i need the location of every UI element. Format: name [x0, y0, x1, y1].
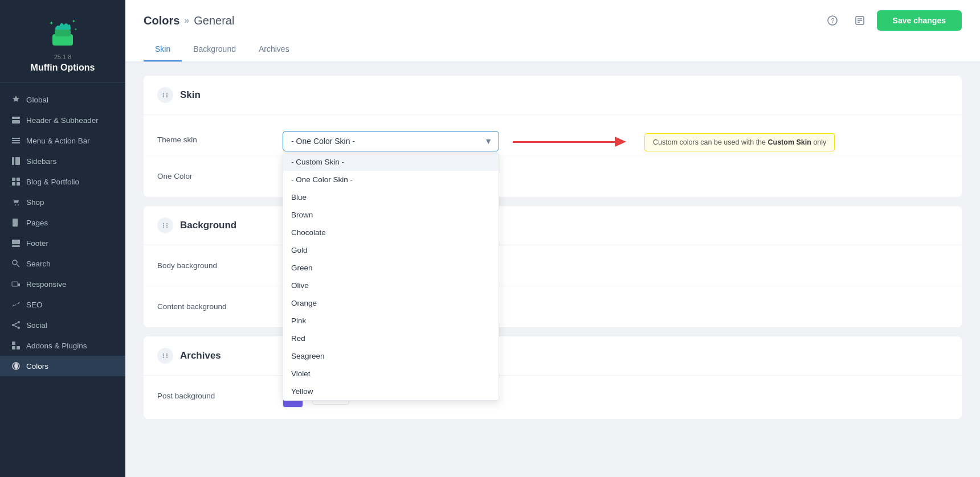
help-button[interactable]: ? [822, 10, 843, 31]
skin-section-body: Theme skin - One Color Skin - ▼ - Custom… [144, 115, 962, 197]
tab-skin[interactable]: Skin [144, 40, 182, 61]
sidebar-item-global[interactable]: Global [0, 89, 125, 110]
svg-point-42 [163, 96, 164, 97]
header-top: Colors » General ? [144, 10, 962, 31]
sidebar-item-sidebars[interactable]: Sidebars [0, 151, 125, 171]
svg-point-26 [18, 321, 20, 323]
dropdown-option-label-green: Green [291, 264, 313, 272]
dropdown-option-chocolate[interactable]: Chocolate [283, 224, 499, 241]
dropdown-option-custom[interactable]: - Custom Skin - [283, 153, 499, 171]
tab-archives[interactable]: Archives [247, 40, 301, 61]
background-section-body: Body background for Boxed Layout only Co… [144, 245, 962, 327]
dropdown-option-red[interactable]: Red [283, 330, 499, 347]
sidebar-item-addons[interactable]: Addons & Plugins [0, 335, 125, 356]
sidebar-item-menu[interactable]: Menu & Action Bar [0, 130, 125, 151]
info-note-suffix: only [811, 138, 826, 146]
sidebar-item-responsive[interactable]: Responsive [0, 274, 125, 294]
svg-text:✦: ✦ [49, 20, 54, 26]
svg-point-52 [163, 353, 164, 355]
sidebar-title: Muffin Options [31, 63, 95, 73]
dropdown-option-label-olive: Olive [291, 281, 309, 290]
sidebar-item-label-addons: Addons & Plugins [26, 342, 87, 350]
archives-section-title: Archives [180, 350, 221, 361]
svg-text:?: ? [831, 17, 834, 24]
svg-rect-14 [12, 182, 15, 186]
post-bg-label: Post background [157, 387, 283, 400]
svg-point-54 [163, 357, 164, 358]
svg-rect-13 [17, 178, 20, 181]
dropdown-option-yellow[interactable]: Yellow [283, 383, 499, 400]
sidebar-item-label-blog: Blog & Portfolio [26, 178, 79, 186]
content-bg-label: Content background [157, 298, 283, 311]
svg-point-57 [166, 355, 168, 356]
notes-button[interactable] [850, 10, 870, 31]
svg-rect-24 [18, 283, 20, 286]
svg-rect-20 [12, 245, 20, 247]
svg-point-47 [166, 223, 168, 224]
svg-point-17 [18, 204, 19, 205]
svg-point-45 [166, 94, 168, 96]
breadcrumb-sub: General [194, 14, 234, 27]
svg-text:✦: ✦ [72, 19, 76, 24]
sidebar-item-label-footer: Footer [26, 239, 48, 248]
svg-point-27 [18, 327, 20, 329]
dropdown-option-pink[interactable]: Pink [283, 312, 499, 330]
sidebar-item-search[interactable]: Search [0, 253, 125, 274]
breadcrumb: Colors » General [144, 14, 234, 27]
sidebar-item-blog[interactable]: Blog & Portfolio [0, 171, 125, 192]
dropdown-option-blue[interactable]: Blue [283, 188, 499, 206]
svg-point-44 [163, 94, 164, 96]
dropdown-option-violet[interactable]: Violet [283, 365, 499, 383]
sidebar-item-social[interactable]: Social [0, 315, 125, 335]
dropdown-option-green[interactable]: Green [283, 259, 499, 277]
svg-point-21 [13, 260, 17, 265]
section-drag-handle [157, 87, 173, 103]
save-changes-button[interactable]: Save changes [877, 10, 962, 31]
dropdown-option-olive[interactable]: Olive [283, 277, 499, 294]
dropdown-option-gold[interactable]: Gold [283, 241, 499, 259]
dropdown-option-orange[interactable]: Orange [283, 294, 499, 312]
svg-rect-5 [12, 117, 20, 119]
sidebar-item-colors[interactable]: Colors [0, 356, 125, 376]
theme-skin-dropdown-wrapper: - One Color Skin - ▼ - Custom Skin - - O… [283, 131, 499, 151]
content-area: Skin Theme skin - One Color Skin - ▼ [125, 62, 980, 477]
dropdown-option-brown[interactable]: Brown [283, 206, 499, 224]
svg-line-22 [17, 265, 20, 268]
info-note: Custom colors can be used with the Custo… [644, 133, 835, 151]
sidebar-item-label-social: Social [26, 321, 47, 330]
theme-skin-dropdown[interactable]: - One Color Skin - ▼ [283, 131, 499, 151]
svg-point-53 [166, 353, 168, 355]
header-actions: ? Save changes [822, 10, 962, 31]
theme-skin-dropdown-menu[interactable]: - Custom Skin - - One Color Skin - Blue … [283, 153, 499, 401]
sidebar-item-footer[interactable]: Footer [0, 233, 125, 253]
arrow-head [615, 137, 626, 147]
background-drag-handle [157, 217, 173, 233]
dropdown-option-label-one-color: - One Color Skin - [291, 175, 353, 184]
svg-rect-8 [12, 140, 20, 141]
sidebar-item-shop[interactable]: Shop [0, 192, 125, 212]
one-color-label: One Color [157, 167, 283, 180]
sidebar-item-label-responsive: Responsive [26, 280, 67, 289]
dropdown-selected-value: - One Color Skin - [291, 137, 355, 146]
sidebar-item-pages[interactable]: Pages [0, 212, 125, 233]
one-color-row: One Color for One Color Skin only [144, 156, 962, 197]
sidebar-item-header[interactable]: Header & Subheader [0, 110, 125, 130]
sidebar-item-label-seo: SEO [26, 301, 43, 309]
sidebar-item-label-global: Global [26, 96, 48, 104]
skin-section: Skin Theme skin - One Color Skin - ▼ [144, 76, 962, 197]
svg-rect-31 [12, 346, 15, 349]
sidebar-item-seo[interactable]: SEO [0, 294, 125, 315]
svg-point-51 [166, 225, 168, 226]
svg-point-46 [163, 223, 164, 224]
main-area: Colors » General ? [125, 0, 980, 477]
sidebar-nav: Global Header & Subheader Menu & Action … [0, 83, 125, 477]
svg-rect-9 [12, 142, 20, 143]
svg-rect-6 [12, 120, 20, 124]
sidebar-item-label-colors: Colors [26, 362, 48, 371]
svg-rect-11 [15, 157, 20, 165]
svg-point-41 [166, 93, 168, 94]
theme-skin-row: Theme skin - One Color Skin - ▼ - Custom… [144, 115, 962, 156]
dropdown-option-seagreen[interactable]: Seagreen [283, 347, 499, 365]
tab-background[interactable]: Background [182, 40, 247, 61]
dropdown-option-one-color[interactable]: - One Color Skin - [283, 171, 499, 188]
